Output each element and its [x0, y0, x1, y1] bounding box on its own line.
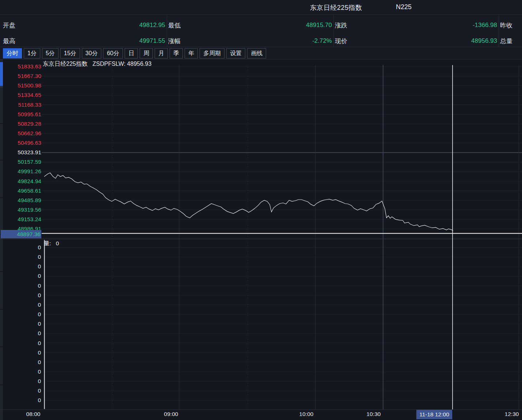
- volume-label: 量:: [44, 240, 51, 246]
- y-axis-label: 49824.94: [0, 178, 41, 185]
- volume-value: 0: [56, 240, 59, 246]
- tab-设置[interactable]: 设置: [226, 48, 245, 58]
- tab-1分[interactable]: 1分: [24, 48, 40, 58]
- y-axis-label: 49319.56: [0, 207, 41, 213]
- y-axis-label: 51500.98: [0, 82, 41, 89]
- quote-field-总量: 总量: [500, 35, 521, 46]
- volume-axis-label: 0: [0, 349, 41, 356]
- volume-axis-label: 0: [0, 359, 41, 366]
- quote-value: -2.72%: [312, 37, 332, 45]
- quote-value: -1366.98: [473, 22, 497, 29]
- price-line: [44, 173, 453, 231]
- volume-axis-label: 0: [0, 273, 41, 279]
- instrument-symbol: N225: [396, 3, 412, 11]
- volume-legend: 量: 0: [44, 240, 59, 247]
- volume-axis-label: 0: [0, 378, 41, 385]
- tab-60分[interactable]: 60分: [103, 48, 123, 58]
- quote-info-bar: 开盘49812.95最低48915.70涨跌-1366.98昨收最高49971.…: [0, 15, 522, 47]
- y-axis-label: 49153.24: [0, 216, 41, 223]
- volume-axis-label: 0: [0, 244, 41, 251]
- quote-value: 48956.93: [471, 37, 497, 45]
- tab-15分[interactable]: 15分: [60, 48, 80, 58]
- quote-field-昨收: 昨收: [500, 20, 521, 31]
- quote-label: 总量: [500, 37, 512, 45]
- volume-axis-label: 0: [0, 387, 41, 394]
- legend-code-value: ZSDPFSLW: 48956.93: [92, 61, 151, 67]
- volume-axis-label: 0: [0, 397, 41, 404]
- crosshair-price-tag: 48897.36: [1, 230, 41, 238]
- y-axis-label: 49991.26: [0, 168, 41, 175]
- tab-月[interactable]: 月: [155, 48, 168, 58]
- intraday-chart[interactable]: [0, 60, 522, 420]
- quote-field-最高: 最高49971.55: [3, 35, 165, 46]
- volume-axis-label: 0: [0, 368, 41, 375]
- quote-label: 昨收: [500, 21, 512, 30]
- infobar-divider: [333, 15, 334, 47]
- quote-field-最低: 最低48915.70: [168, 20, 332, 31]
- instrument-title: 东京日经225指数: [310, 3, 362, 12]
- stock-app: { "colors":{"up_red":"#f4384e","down_gre…: [0, 0, 522, 420]
- header-bar: 东京日经225指数 N225: [0, 0, 522, 15]
- y-axis-label: 50662.96: [0, 130, 41, 137]
- time-axis-label: 10:30: [367, 411, 381, 417]
- infobar-divider: [167, 15, 167, 47]
- tab-季[interactable]: 季: [170, 48, 183, 58]
- infobar-divider: [499, 15, 499, 47]
- tab-日[interactable]: 日: [125, 48, 138, 58]
- y-axis-label: 50829.28: [0, 121, 41, 127]
- volume-axis-label: 0: [0, 302, 41, 308]
- volume-axis-label: 0: [0, 340, 41, 347]
- volume-axis-label: 0: [0, 292, 41, 299]
- y-axis-label: 51667.30: [0, 73, 41, 79]
- tab-周[interactable]: 周: [140, 48, 153, 58]
- tab-年[interactable]: 年: [185, 48, 198, 58]
- quote-field-现价: 现价48956.93: [335, 35, 497, 46]
- tab-分时[interactable]: 分时: [3, 48, 22, 58]
- y-axis-label: 49658.61: [0, 188, 41, 194]
- y-axis-label: 51168.33: [0, 102, 41, 108]
- quote-value: 49812.95: [139, 22, 165, 29]
- volume-axis-label: 0: [0, 263, 41, 270]
- quote-label: 开盘: [3, 21, 15, 30]
- quote-value: 49971.55: [139, 37, 165, 45]
- volume-axis-label: 0: [0, 254, 41, 260]
- chart-legend: 东京日经225指数 ZSDPFSLW: 48956.93: [43, 60, 151, 68]
- crosshair-time-tag: 11-18 12:00: [416, 410, 452, 419]
- quote-label: 涨幅: [168, 37, 181, 45]
- time-axis-label: 12:30: [505, 411, 519, 417]
- volume-axis-label: 0: [0, 311, 41, 318]
- legend-instrument-name: 东京日经225指数: [43, 61, 88, 67]
- volume-axis-label: 0: [0, 321, 41, 327]
- y-axis-label: 51334.65: [0, 92, 41, 98]
- quote-label: 最高: [3, 37, 15, 45]
- quote-field-涨幅: 涨幅-2.72%: [168, 35, 332, 46]
- quote-label: 涨跌: [335, 21, 347, 30]
- volume-axis-label: 0: [0, 330, 41, 337]
- quote-label: 现价: [335, 37, 347, 45]
- y-axis-label: 50323.91: [0, 149, 41, 156]
- quote-value: 48915.70: [306, 22, 332, 29]
- quote-field-开盘: 开盘49812.95: [3, 20, 165, 31]
- y-axis-label: 51833.63: [0, 63, 41, 70]
- time-axis-label: 08:00: [26, 411, 41, 417]
- time-axis-label: 10:00: [299, 411, 314, 417]
- quote-label: 最低: [168, 21, 181, 30]
- tab-画线[interactable]: 画线: [247, 48, 266, 58]
- tab-5分[interactable]: 5分: [42, 48, 58, 58]
- volume-axis-label: 0: [0, 283, 41, 289]
- y-axis-label: 50995.61: [0, 111, 41, 118]
- tab-多周期[interactable]: 多周期: [200, 48, 224, 58]
- y-axis-label: 50496.63: [0, 140, 41, 146]
- period-tab-bar: 分时1分5分15分30分60分日周月季年多周期设置画线: [0, 47, 522, 60]
- y-axis-label: 50157.59: [0, 159, 41, 165]
- time-axis-label: 09:00: [164, 411, 178, 417]
- tab-30分[interactable]: 30分: [82, 48, 102, 58]
- quote-field-涨跌: 涨跌-1366.98: [335, 20, 497, 31]
- y-axis-label: 49485.89: [0, 197, 41, 204]
